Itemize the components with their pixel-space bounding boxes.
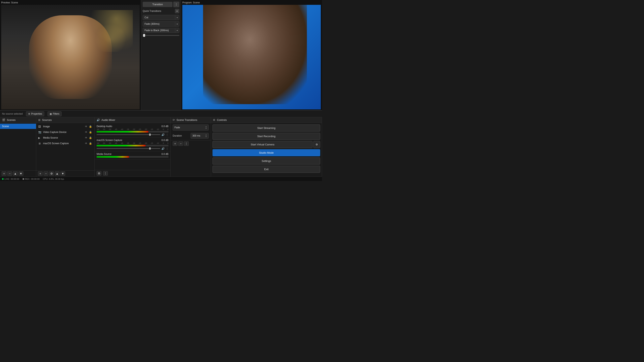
fade-arrow-icon[interactable]: ▾ xyxy=(175,22,179,26)
controls-panel-header: ⚙ Controls xyxy=(211,117,322,123)
volume-slider[interactable] xyxy=(96,148,160,149)
cut-label: Cut xyxy=(143,15,175,20)
duration-label: Duration xyxy=(173,134,189,137)
scenes-title: Scenes xyxy=(7,118,16,121)
remove-source-button[interactable]: − xyxy=(44,171,48,176)
transition-type-select[interactable]: Fade ▲ ▼ xyxy=(173,124,209,130)
audio-controls: 🔊 ⋮ xyxy=(96,133,168,136)
quick-transitions-add-button[interactable]: + xyxy=(175,9,179,13)
mute-button[interactable]: 🔊 xyxy=(162,133,164,136)
live-status: LIVE: 00:00:00 xyxy=(2,178,19,180)
meter-fill xyxy=(96,156,129,158)
fade-black-dropdown[interactable]: Fade to Black (300ms) ▾ xyxy=(143,28,179,33)
fade-label: Fade (300ms) xyxy=(143,21,175,26)
properties-icon: ⚙ xyxy=(28,113,30,115)
duration-input[interactable]: 300 ms ▲ ▼ xyxy=(190,133,209,139)
audio-channel-name: Desktop Audio xyxy=(96,125,112,128)
live-time: 00:00:00 xyxy=(11,178,19,180)
audio-meter xyxy=(96,156,168,158)
scenes-footer: + − ▲ ▼ xyxy=(0,170,36,177)
program-scene-content xyxy=(182,5,321,109)
scenes-icon: 🎬 xyxy=(2,118,5,121)
audio-footer: ⚙ ⋮ xyxy=(94,170,170,177)
mute-button[interactable]: 🔊 xyxy=(162,147,164,150)
status-bar-top: No source selected ⚙ Properties ▦ Filter… xyxy=(0,111,322,117)
source-visibility-button[interactable]: 👁 xyxy=(84,125,88,128)
select-arrows-icon: ▲ ▼ xyxy=(205,126,207,129)
transition-slider-thumb[interactable] xyxy=(143,34,145,37)
remove-transition-button[interactable]: − xyxy=(178,141,183,146)
settings-button[interactable]: Settings xyxy=(212,157,320,164)
filters-button[interactable]: ▦ Filters xyxy=(48,111,62,116)
start-recording-button[interactable]: Start Recording xyxy=(212,133,320,140)
source-lock-button[interactable]: 🔒 xyxy=(88,125,92,128)
filters-label: Filters xyxy=(53,112,59,115)
preview-scene-content xyxy=(1,5,140,109)
transitions-title: Scene Transitions xyxy=(176,118,197,121)
list-item[interactable]: 🖥 macOS Screen Capture 👁 🔒 xyxy=(36,141,94,146)
move-scene-down-button[interactable]: ▼ xyxy=(18,171,23,176)
audio-more-button[interactable]: ⋮ xyxy=(166,147,168,150)
audio-channel-db: 0.0 dB xyxy=(162,139,168,142)
transition-more-button[interactable]: ⋮ xyxy=(184,141,189,146)
start-virtual-camera-button[interactable]: Start Virtual Camera xyxy=(212,141,312,148)
start-streaming-button[interactable]: Start Streaming xyxy=(212,124,320,131)
screen-source-icon: 🖥 xyxy=(38,142,42,145)
fade-black-arrow-icon[interactable]: ▾ xyxy=(175,28,179,32)
sources-panel: ⊞ Sources 🖼 Image 👁 🔒 📷 Video Capture De… xyxy=(36,117,94,177)
source-lock-button[interactable]: 🔒 xyxy=(88,130,92,134)
transition-slider-track[interactable] xyxy=(143,35,179,36)
list-item[interactable]: 🖼 Image 👁 🔒 xyxy=(36,124,94,129)
video-source-icon: 📷 xyxy=(38,131,42,134)
sources-list: 🖼 Image 👁 🔒 📷 Video Capture Device 👁 🔒 xyxy=(36,123,94,170)
list-item[interactable]: 📷 Video Capture Device 👁 🔒 xyxy=(36,129,94,135)
list-item[interactable]: Scene xyxy=(0,124,36,129)
cut-arrow-icon[interactable]: ▾ xyxy=(175,15,179,20)
quick-transitions-row: Quick Transitions + xyxy=(143,8,179,14)
cut-dropdown[interactable]: Cut ▾ xyxy=(143,15,179,20)
properties-button[interactable]: ⚙ Properties xyxy=(26,111,44,116)
sources-icon: ⊞ xyxy=(38,118,40,121)
move-source-down-button[interactable]: ▼ xyxy=(60,171,65,176)
move-source-up-button[interactable]: ▲ xyxy=(55,171,60,176)
source-controls: 👁 🔒 xyxy=(84,130,92,134)
add-source-button[interactable]: + xyxy=(38,171,43,176)
transitions-panel-header: ⟳ Scene Transitions xyxy=(171,117,211,123)
transition-button[interactable]: Transition xyxy=(143,2,172,7)
volume-thumb[interactable] xyxy=(149,147,151,150)
properties-label: Properties xyxy=(31,112,42,115)
remove-scene-button[interactable]: − xyxy=(7,171,12,176)
move-scene-up-button[interactable]: ▲ xyxy=(13,171,18,176)
list-item[interactable]: ▶ Media Source 👁 🔒 xyxy=(36,135,94,141)
rec-dot-icon xyxy=(22,178,24,180)
audio-icon: 🔊 xyxy=(96,118,100,121)
audio-channels-list: Desktop Audio 0.0 dB -60-55-50-45-40-35-… xyxy=(94,123,170,170)
preview-video xyxy=(1,5,140,109)
no-source-label: No source selected xyxy=(2,112,23,115)
audio-settings-button[interactable]: ⚙ xyxy=(96,171,102,176)
source-settings-button[interactable]: ⚙ xyxy=(49,171,54,176)
source-visibility-button[interactable]: 👁 xyxy=(84,136,88,140)
add-transition-button[interactable]: + xyxy=(173,141,178,146)
source-controls: 👁 🔒 xyxy=(84,125,92,128)
volume-thumb[interactable] xyxy=(149,134,151,136)
cpu-label: CPU: 4.8%, 30.00 fps xyxy=(43,178,64,180)
source-visibility-button[interactable]: 👁 xyxy=(84,130,88,134)
add-scene-button[interactable]: + xyxy=(2,171,6,176)
audio-channel-header: Desktop Audio 0.0 dB xyxy=(96,125,168,128)
source-lock-button[interactable]: 🔒 xyxy=(88,142,92,145)
virtual-camera-settings-button[interactable]: ⚙ xyxy=(313,141,320,148)
fade-dropdown[interactable]: Fade (300ms) ▾ xyxy=(143,21,179,26)
live-dot-icon xyxy=(2,178,4,180)
audio-more-button[interactable]: ⋮ xyxy=(166,133,168,136)
rec-status: REC: 00:00:00 xyxy=(22,178,40,180)
source-visibility-button[interactable]: 👁 xyxy=(84,142,88,145)
source-lock-button[interactable]: 🔒 xyxy=(88,136,92,140)
transition-slider-row xyxy=(143,34,179,37)
meter-labels: -60-55-50-45-40-35-30-25-20-15-10-50 xyxy=(96,142,168,144)
volume-slider[interactable] xyxy=(96,134,160,135)
exit-button[interactable]: Exit xyxy=(212,166,320,173)
transition-menu-button[interactable]: ⋮ xyxy=(173,1,179,7)
audio-more-options-button[interactable]: ⋮ xyxy=(103,171,108,176)
studio-mode-button[interactable]: Studio Mode xyxy=(212,149,320,156)
